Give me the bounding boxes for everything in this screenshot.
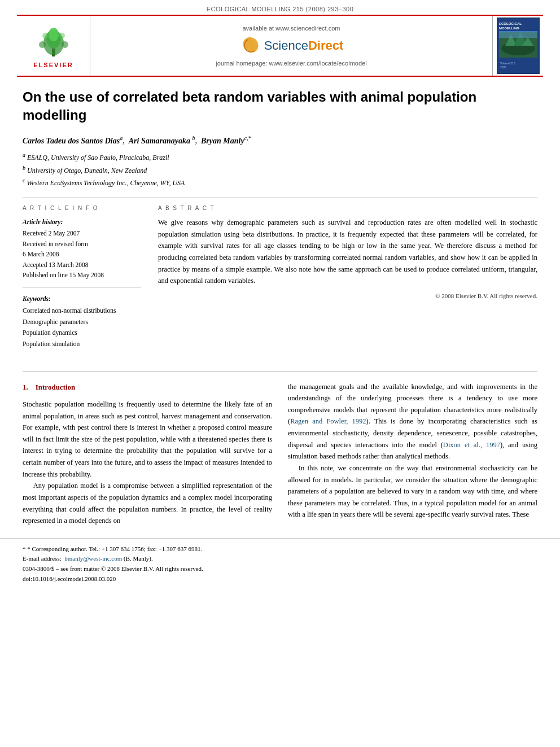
history-label: Article history: xyxy=(23,217,141,227)
abstract-header: A B S T R A C T xyxy=(158,205,537,211)
section-num: 1. xyxy=(23,383,28,391)
ref-ragen-fowler: Ragen and Fowler, 1992 xyxy=(290,417,366,425)
svg-text:Volume 215: Volume 215 xyxy=(500,62,515,65)
authors-line: Carlos Tadeu dos Santos Diasa, Ari Samar… xyxy=(23,135,537,146)
svg-point-7 xyxy=(59,33,65,38)
article-info-col: A R T I C L E I N F O Article history: R… xyxy=(23,205,141,350)
keyword-4: Population simulation xyxy=(23,339,141,350)
keyword-2: Demographic parameters xyxy=(23,317,141,328)
intro-heading: 1. Introduction xyxy=(23,381,272,393)
body-col-right: the management goals and the available k… xyxy=(288,381,537,527)
divider-2 xyxy=(23,287,141,287)
keywords-section: Keywords: Correlated non-normal distribu… xyxy=(23,295,141,350)
svg-rect-12 xyxy=(499,31,537,32)
svg-rect-18 xyxy=(499,32,537,38)
affiliation-1: a ESALQ, University of Sao Paulo, Piraci… xyxy=(23,151,537,163)
article-history: Article history: Received 2 May 2007 Rec… xyxy=(23,217,141,280)
intro-para-4: In this note, we concentrate on the way … xyxy=(288,462,537,521)
keywords-label: Keywords: xyxy=(23,295,141,302)
eco-logo-box: ECOLOGICAL MODELLING Volume 215 2008 xyxy=(492,16,543,76)
keyword-1: Correlated non-normal distributions xyxy=(23,305,141,317)
article-info-header: A R T I C L E I N F O xyxy=(23,205,141,211)
svg-point-6 xyxy=(42,33,48,38)
svg-point-4 xyxy=(39,41,46,48)
author-2: Ari Samaranayaka xyxy=(129,136,190,145)
sciencedirect-logo: ScienceDirect xyxy=(239,35,344,56)
footnote-corresponding: * * Corresponding author. Tel.: +1 307 6… xyxy=(23,544,537,554)
available-text: available at www.sciencedirect.com xyxy=(242,25,340,32)
aff-sup-3: c,* xyxy=(244,135,251,141)
email-label-text: E-mail address: xyxy=(23,555,62,562)
main-content: On the use of correlated beta random var… xyxy=(0,77,560,361)
corresponding-text: * Corresponding author. Tel.: +1 307 634… xyxy=(27,545,202,552)
affiliation-2: b University of Otago, Dunedin, New Zeal… xyxy=(23,164,537,176)
published-date: Published on line 15 May 2008 xyxy=(23,270,141,280)
author-1: Carlos Tadeu dos Santos Dias xyxy=(23,136,120,145)
affiliations: a ESALQ, University of Sao Paulo, Piraci… xyxy=(23,151,537,189)
email-link[interactable]: bmanly@west-inc.com xyxy=(64,555,122,562)
eco-modelling-cover-icon: ECOLOGICAL MODELLING Volume 215 2008 xyxy=(497,18,540,74)
header-banner: ELSEVIER available at www.sciencedirect.… xyxy=(17,15,543,77)
header-center: available at www.sciencedirect.com Scien… xyxy=(90,16,492,76)
intro-para-1: Stochastic population modelling is frequ… xyxy=(23,399,272,480)
email-suffix: (B. Manly). xyxy=(124,555,153,562)
intro-para-2: Any population model is a compromise bet… xyxy=(23,480,272,527)
page: ECOLOGICAL MODELLING 215 (2008) 293–300 … xyxy=(0,0,560,747)
article-title: On the use of correlated beta random var… xyxy=(23,88,537,125)
svg-point-3 xyxy=(49,28,59,41)
body-text-left: Stochastic population modelling is frequ… xyxy=(23,399,272,527)
abstract-col: A B S T R A C T We give reasons why demo… xyxy=(158,205,537,350)
body-section: 1. Introduction Stochastic population mo… xyxy=(0,372,560,527)
svg-text:ECOLOGICAL: ECOLOGICAL xyxy=(499,22,522,25)
footnote-issn: 0304-3800/$ – see front matter © 2008 El… xyxy=(23,564,537,574)
ref-dixon: Dixon et al., 1997 xyxy=(443,441,500,449)
abstract-text: We give reasons why demographic paramete… xyxy=(158,217,537,287)
section-title: Introduction xyxy=(36,383,76,391)
elsevier-label: ELSEVIER xyxy=(33,62,73,68)
svg-text:MODELLING: MODELLING xyxy=(499,27,519,30)
body-text-right: the management goals and the available k… xyxy=(288,381,537,521)
aff-sup-2: b xyxy=(193,135,195,141)
elsevier-logo-box: ELSEVIER xyxy=(17,16,90,76)
intro-para-3: the management goals and the available k… xyxy=(288,381,537,462)
footnote-area: * * Corresponding author. Tel.: +1 307 6… xyxy=(0,538,560,584)
received-revised-label: Received in revised form xyxy=(23,239,141,249)
footnote-doi: doi:10.1016/j.ecolmodel.2008.03.020 xyxy=(23,574,537,584)
elsevier-tree-icon xyxy=(34,23,73,60)
svg-point-5 xyxy=(62,41,68,48)
copyright-line: © 2008 Elsevier B.V. All rights reserved… xyxy=(158,292,537,299)
revised-date: 6 March 2008 xyxy=(23,249,141,259)
footnote-email: E-mail address: bmanly@west-inc.com (B. … xyxy=(23,554,537,564)
citation-text: ECOLOGICAL MODELLING 215 (2008) 293–300 xyxy=(207,6,354,12)
sciencedirect-icon xyxy=(239,35,261,56)
sciencedirect-text: ScienceDirect xyxy=(264,38,344,53)
corresponding-label: * xyxy=(23,545,27,552)
divider-1 xyxy=(23,198,537,198)
author-3: Bryan Manly xyxy=(201,136,244,145)
journal-homepage: journal homepage: www.elsevier.com/locat… xyxy=(216,60,366,67)
keyword-3: Population dynamics xyxy=(23,327,141,339)
affiliation-3: c Western EcoSystems Technology Inc., Ch… xyxy=(23,176,537,189)
accepted-date: Accepted 13 March 2008 xyxy=(23,260,141,270)
aff-sup-1: a xyxy=(120,135,123,141)
received-date: Received 2 May 2007 xyxy=(23,228,141,238)
svg-text:2008: 2008 xyxy=(500,65,506,69)
info-abstract-section: A R T I C L E I N F O Article history: R… xyxy=(23,205,537,350)
journal-citation: ECOLOGICAL MODELLING 215 (2008) 293–300 xyxy=(0,0,560,15)
body-col-left: 1. Introduction Stochastic population mo… xyxy=(23,381,272,527)
